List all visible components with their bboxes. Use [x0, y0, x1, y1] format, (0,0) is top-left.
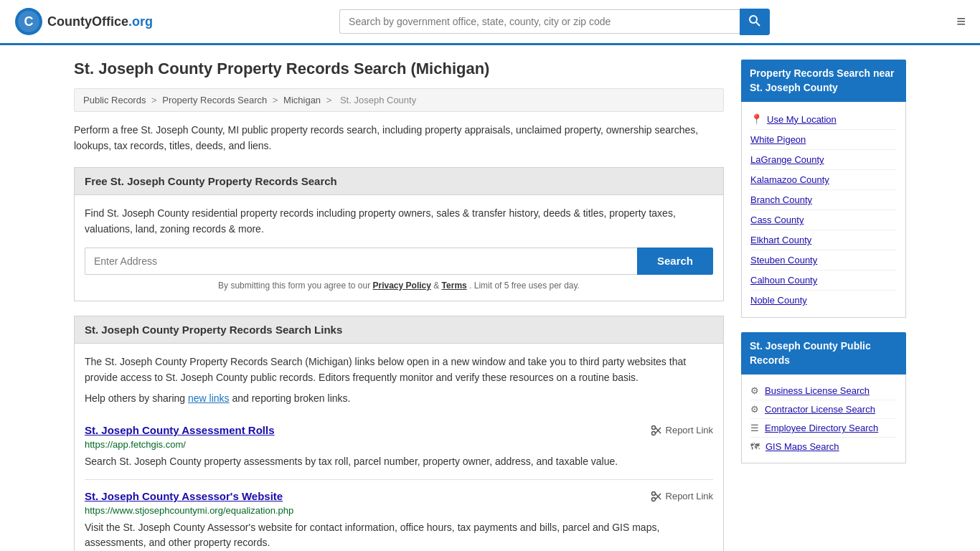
- hamburger-button[interactable]: ≡: [956, 12, 966, 31]
- privacy-policy-link[interactable]: Privacy Policy: [373, 281, 431, 291]
- sidebar-item[interactable]: Calhoun County: [750, 270, 897, 291]
- terms-text: By submitting this form you agree to our…: [85, 281, 713, 291]
- gis-maps-search-link[interactable]: GIS Maps Search: [765, 441, 839, 452]
- help-text: Help others by sharing new links and rep…: [85, 392, 713, 404]
- address-input[interactable]: [85, 248, 637, 275]
- sidebar-nearby-link[interactable]: Branch County: [750, 194, 812, 205]
- main-content: St. Joseph County Property Records Searc…: [74, 60, 724, 551]
- location-dot-icon: 📍: [750, 113, 763, 125]
- sidebar-item[interactable]: LaGrange County: [750, 150, 897, 170]
- new-links-link[interactable]: new links: [188, 392, 230, 404]
- logo-text: CountyOffice.org: [47, 14, 153, 29]
- link-item-header: St. Joseph County Assessment Rolls Repor…: [85, 424, 713, 436]
- free-search-body: Find St. Joseph County residential prope…: [74, 195, 724, 301]
- sidebar: Property Records Search near St. Joseph …: [741, 60, 906, 551]
- breadcrumb-sep3: >: [326, 95, 332, 105]
- sidebar-public-records-section: St. Joseph County Public Records ⚙ Busin…: [741, 332, 906, 463]
- link-url: https://www.stjosephcountymi.org/equaliz…: [85, 505, 713, 516]
- scissors-icon: [651, 491, 662, 502]
- sidebar-sub-item-business[interactable]: ⚙ Business License Search: [750, 382, 897, 400]
- svg-point-3: [750, 16, 757, 23]
- sidebar-nearby-section: Property Records Search near St. Joseph …: [741, 60, 906, 318]
- report-link-label: Report Link: [666, 491, 713, 501]
- sidebar-item[interactable]: Branch County: [750, 190, 897, 210]
- svg-point-6: [651, 431, 655, 435]
- address-search-row: Search: [85, 248, 713, 275]
- header: C CountyOffice.org ≡: [0, 0, 980, 45]
- gear-icon: ⚙: [750, 404, 759, 415]
- breadcrumb-sep1: >: [151, 95, 157, 105]
- gear-icon: ⚙: [750, 385, 759, 396]
- breadcrumb-property-records[interactable]: Property Records Search: [162, 95, 267, 105]
- terms-and: &: [433, 281, 441, 291]
- scissors-icon: [651, 425, 662, 436]
- logo-area: C CountyOffice.org: [14, 7, 153, 36]
- sidebar-item[interactable]: Steuben County: [750, 250, 897, 270]
- terms-link[interactable]: Terms: [442, 281, 467, 291]
- report-link-button[interactable]: Report Link: [651, 491, 713, 502]
- svg-line-4: [756, 22, 760, 26]
- links-section-body: The St. Joseph County Property Records S…: [74, 344, 724, 551]
- employee-directory-search-link[interactable]: Employee Directory Search: [765, 423, 878, 433]
- search-description: Find St. Joseph County residential prope…: [85, 205, 713, 237]
- address-search-button[interactable]: Search: [637, 248, 713, 275]
- free-search-header: Free St. Joseph County Property Records …: [74, 167, 724, 195]
- report-link-label: Report Link: [666, 425, 713, 435]
- breadcrumb-sep2: >: [273, 95, 278, 105]
- breadcrumb: Public Records > Property Records Search…: [74, 88, 724, 112]
- sidebar-nearby-link[interactable]: Kalamazoo County: [750, 174, 829, 185]
- links-description: The St. Joseph County Property Records S…: [85, 354, 713, 386]
- sidebar-item[interactable]: Elkhart County: [750, 230, 897, 250]
- map-icon: 🗺: [750, 441, 760, 452]
- page-container: St. Joseph County Property Records Searc…: [60, 45, 920, 551]
- sidebar-nearby-link[interactable]: Noble County: [750, 295, 807, 306]
- svg-text:C: C: [24, 14, 34, 29]
- sidebar-item-use-location[interactable]: 📍 Use My Location: [750, 109, 897, 130]
- terms-prefix: By submitting this form you agree to our: [218, 281, 370, 291]
- breadcrumb-michigan[interactable]: Michigan: [283, 95, 321, 105]
- sidebar-public-records-title: St. Joseph County Public Records: [741, 332, 906, 375]
- sidebar-public-records-body: ⚙ Business License Search ⚙ Contractor L…: [741, 375, 906, 463]
- report-link-button[interactable]: Report Link: [651, 425, 713, 436]
- sidebar-nearby-link[interactable]: White Pigeon: [750, 134, 806, 145]
- sidebar-item[interactable]: Cass County: [750, 210, 897, 230]
- sidebar-nearby-title: Property Records Search near St. Joseph …: [741, 60, 906, 102]
- sidebar-nearby-link[interactable]: Elkhart County: [750, 235, 811, 245]
- breadcrumb-current: St. Joseph County: [340, 95, 416, 105]
- sidebar-item[interactable]: Kalamazoo County: [750, 170, 897, 190]
- help-prefix: Help others by sharing: [85, 392, 185, 404]
- sidebar-sub-item-contractor[interactable]: ⚙ Contractor License Search: [750, 400, 897, 419]
- link-description: Visit the St. Joseph County Assessor's w…: [85, 520, 713, 550]
- link-description: Search St. Joseph County property assess…: [85, 454, 713, 469]
- use-location-link[interactable]: Use My Location: [767, 114, 837, 125]
- free-search-section: Free St. Joseph County Property Records …: [74, 167, 724, 301]
- link-item-title[interactable]: St. Joseph County Assessment Rolls: [85, 424, 275, 436]
- sidebar-sub-item-gis[interactable]: 🗺 GIS Maps Search: [750, 438, 897, 456]
- sidebar-nearby-link[interactable]: Steuben County: [750, 255, 817, 265]
- sidebar-item[interactable]: Noble County: [750, 291, 897, 310]
- list-icon: ☰: [750, 423, 759, 433]
- sidebar-sub-item-employee[interactable]: ☰ Employee Directory Search: [750, 419, 897, 438]
- breadcrumb-public-records[interactable]: Public Records: [83, 95, 146, 105]
- sidebar-nearby-body: 📍 Use My Location White Pigeon LaGrange …: [741, 102, 906, 318]
- link-item-title[interactable]: St. Joseph County Assessor's Website: [85, 490, 283, 502]
- sidebar-nearby-link[interactable]: Cass County: [750, 215, 804, 225]
- contractor-license-search-link[interactable]: Contractor License Search: [765, 404, 875, 415]
- header-search-area: [339, 9, 770, 35]
- header-search-button[interactable]: [740, 9, 770, 35]
- link-item: St. Joseph County Assessment Rolls Repor…: [85, 414, 713, 480]
- svg-point-5: [651, 425, 655, 429]
- sidebar-item[interactable]: White Pigeon: [750, 130, 897, 150]
- link-item-header: St. Joseph County Assessor's Website Rep…: [85, 490, 713, 502]
- sidebar-nearby-link[interactable]: LaGrange County: [750, 154, 824, 165]
- link-url: https://app.fetchgis.com/: [85, 439, 713, 450]
- link-item: St. Joseph County Assessor's Website Rep…: [85, 480, 713, 551]
- links-section: St. Joseph County Property Records Searc…: [74, 316, 724, 551]
- business-license-search-link[interactable]: Business License Search: [765, 385, 870, 396]
- terms-limit: . Limit of 5 free uses per day.: [469, 281, 580, 291]
- svg-point-9: [651, 491, 655, 495]
- sidebar-nearby-link[interactable]: Calhoun County: [750, 275, 817, 286]
- page-title: St. Joseph County Property Records Searc…: [74, 60, 724, 78]
- page-description: Perform a free St. Joseph County, MI pub…: [74, 122, 724, 154]
- header-search-input[interactable]: [339, 9, 740, 34]
